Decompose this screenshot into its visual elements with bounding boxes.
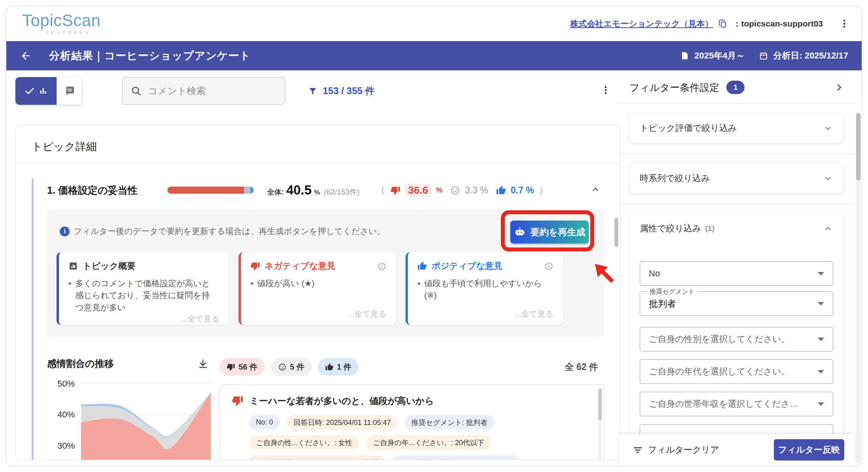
neutral-face-icon <box>450 185 460 195</box>
dropdown-arrow-icon <box>818 402 824 406</box>
attribute-select-segment[interactable]: 推奨セグメント 批判者 <box>640 291 833 316</box>
main-column: 153 / 355 件 トピック詳細 1. 価格設定の妥当性 全体: 40.5 <box>6 70 618 466</box>
attribute-chip: データ追加回数: 1回目 (2025/12/17) <box>392 455 521 460</box>
positive-percent: 0.7 % <box>511 185 534 196</box>
filter-clear-button[interactable]: フィルタークリア <box>633 444 719 456</box>
divider <box>618 104 855 104</box>
overall-stat: 全体: 40.5 % (62/153件) <box>267 183 359 198</box>
comment-list-scrollbar[interactable] <box>598 388 602 460</box>
sentiment-progress-bar <box>167 187 254 194</box>
check-icon <box>25 86 35 96</box>
trend-chart-column: 感情割合の推移 50%40%30% <box>47 357 215 460</box>
attribute-chip: ご自身の世...ください。: 200万円未満 <box>249 455 385 460</box>
progress-segment-negative <box>167 187 244 194</box>
topic-section-title: トピック詳細 <box>32 140 605 154</box>
header-meta: 株式会社エモーションテック（見本） ：topicscan-support03 <box>570 18 850 29</box>
positive-see-all-link[interactable]: ...全て見る <box>417 309 553 319</box>
regenerate-summary-button[interactable]: 要約を再生成 <box>510 221 589 244</box>
filter-count-indicator[interactable]: 153 / 355 件 <box>308 85 375 97</box>
funnel-icon <box>308 87 317 96</box>
filter-count-text: 153 / 355 件 <box>323 85 375 97</box>
organization-link[interactable]: 株式会社エモーションテック（見本） <box>570 18 713 29</box>
attribute-select-age[interactable]: ご自身の年代を選択してください。 <box>640 359 833 384</box>
divider <box>618 204 855 204</box>
analysis-navbar: 分析結果｜コーヒーショップアンケート 2025年4月～ 分析日: 2025/12… <box>6 41 862 70</box>
attributes-panel-header[interactable]: 属性で絞り込み (1) <box>640 213 833 244</box>
bar-chart-icon <box>38 86 48 96</box>
dropdown-arrow-icon <box>818 370 824 374</box>
neutral-count-badge[interactable]: 5 件 <box>271 358 312 376</box>
attribute-chip: 回答日時: 2025/04/01 11:05:47 <box>287 415 398 430</box>
scrollbar-thumb[interactable] <box>598 389 602 420</box>
copy-icon[interactable] <box>718 19 728 29</box>
view-toggle-group <box>15 77 82 105</box>
data-period: 2025年4月～ <box>680 50 745 62</box>
overview-see-all-link[interactable]: ...全て見る <box>68 313 220 324</box>
account-name: ：topicscan-support03 <box>733 18 823 29</box>
dropdown-arrow-icon <box>818 302 824 306</box>
collapse-topic-button[interactable] <box>590 184 601 196</box>
toolbar-kebab-menu[interactable] <box>600 85 611 97</box>
chevron-down-icon <box>823 123 833 133</box>
mini-chart-icon <box>68 261 78 271</box>
filter-apply-button[interactable]: フィルター反映 <box>774 439 844 461</box>
logo[interactable]: TopicScan トピックスキャン <box>22 12 100 35</box>
comment-view-toggle[interactable] <box>57 77 82 105</box>
search-input[interactable] <box>148 85 267 96</box>
filter-sidebar: フィルター条件設定 1 トピック評価で絞り込み 時系列で絞り込み <box>618 70 862 466</box>
thumbs-down-icon <box>390 185 400 195</box>
app-window: TopicScan トピックスキャン 株式会社エモーションテック（見本） ：to… <box>6 6 862 466</box>
negative-see-all-link[interactable]: ...全て見る <box>250 309 387 319</box>
attribute-select-no[interactable]: No <box>640 261 833 286</box>
active-filter-badge: 1 <box>726 81 745 94</box>
header-kebab-menu[interactable] <box>839 18 850 29</box>
filter-sidebar-header: フィルター条件設定 1 <box>629 81 850 94</box>
filter-actions-footer: フィルタークリア フィルター反映 <box>619 434 855 466</box>
attribute-chip: 推奨セグメント: 批判者 <box>405 415 494 430</box>
positive-bullet: •値段も手頃で利用しやすいから (※) <box>417 278 553 302</box>
comment-list-panel: ミーハーな若者が多いのと、値段が高いから No: 0 回答日時: 2025/04… <box>220 384 605 460</box>
chart-view-toggle[interactable] <box>15 77 57 105</box>
comment-text: ミーハーな若者が多いのと、値段が高いから <box>250 395 434 407</box>
thumbs-down-icon <box>250 261 260 271</box>
progress-segment-positive <box>250 187 254 194</box>
filter-panel-topic-rating[interactable]: トピック評価で絞り込み <box>629 113 843 143</box>
calendar-icon <box>759 51 768 60</box>
comment-search-box[interactable] <box>122 77 285 105</box>
positive-count-badge[interactable]: 1 件 <box>318 358 359 376</box>
dropdown-arrow-icon <box>818 272 824 276</box>
sidebar-expand-button[interactable] <box>834 82 844 93</box>
overview-bullet: •多くのコメントで価格設定が高いと感じられており、妥当性に疑問を持つ意見が多い <box>68 278 220 313</box>
app-header: TopicScan トピックスキャン 株式会社エモーションテック（見本） ：to… <box>6 6 862 41</box>
negative-count-badge[interactable]: 56 件 <box>220 358 265 376</box>
info-tooltip-icon[interactable] <box>544 262 553 271</box>
attribute-chip: ご自身の年...ください。: 20代以下 <box>366 435 491 450</box>
download-icon[interactable] <box>197 358 208 369</box>
scrollbar-thumb[interactable] <box>856 113 860 180</box>
attribute-select-gender[interactable]: ご自身の性別を選択してください。 <box>640 327 833 351</box>
regen-button-area: 要約を再生成 <box>510 221 589 244</box>
filter-clear-icon <box>633 445 643 455</box>
comment-icon <box>64 86 75 96</box>
thumbs-up-icon <box>417 261 427 271</box>
opinion-cards-row: トピック概要 •多くのコメントで価格設定が高いと感じられており、妥当性に疑問を持… <box>57 252 595 325</box>
overview-card-title: トピック概要 <box>83 260 136 272</box>
select-floating-label: 推奨セグメント <box>646 288 698 296</box>
regen-info-text: フィルター後のデータで要約を更新する場合は、再生成ボタンを押してください。 <box>74 226 385 237</box>
sentiment-area-chart: 50%40%30% <box>47 377 213 460</box>
overall-count: (62/153件) <box>324 187 360 197</box>
progress-segment-neutral <box>244 187 250 194</box>
negative-card-title: ネガティブな意見 <box>265 260 335 272</box>
back-button[interactable] <box>20 50 32 62</box>
filter-panel-timeseries[interactable]: 時系列で絞り込み <box>629 163 843 194</box>
attribute-select-income[interactable]: ご自身の世帯年収を選択してくださ… <box>640 392 833 416</box>
filter-settings-title: フィルター条件設定 <box>629 81 719 94</box>
sidebar-scrollbar[interactable] <box>856 112 861 463</box>
sentiment-filter-badges: 56 件 5 件 1 件 全 62 件 <box>220 358 605 376</box>
page-title: 分析結果｜コーヒーショップアンケート <box>49 49 251 63</box>
positive-opinions-card: ポジティブな意見 •値段も手頃で利用しやすいから (※) ...全て見る <box>406 252 563 325</box>
info-tooltip-icon[interactable] <box>377 262 387 271</box>
comment-attribute-chips: No: 0 回答日時: 2025/04/01 11:05:47 推奨セグメント:… <box>249 415 554 460</box>
topic-item: 1. 価格設定の妥当性 全体: 40.5 % (62/153件) （ 36.6 <box>32 179 605 460</box>
info-icon: i <box>60 227 70 236</box>
